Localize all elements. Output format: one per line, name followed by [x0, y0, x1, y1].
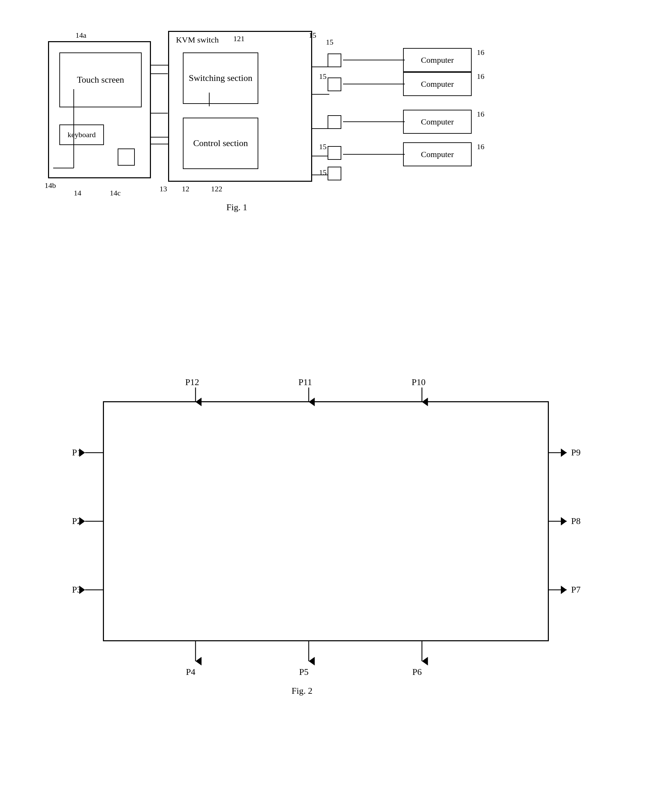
label-16-1: 16 [477, 48, 485, 57]
label-P11: P11 [299, 377, 312, 388]
label-16-3: 16 [477, 110, 485, 119]
label-P12: P12 [185, 377, 199, 388]
label-P10: P10 [412, 377, 425, 388]
port-box-4 [328, 146, 341, 160]
port-box-1 [328, 54, 341, 67]
label-P9: P9 [571, 447, 581, 458]
fig2-main-rect [103, 401, 549, 641]
label-14c: 14c [110, 189, 121, 197]
label-15-2: 15 [319, 72, 327, 81]
kvm-switch-label: KVM switch [176, 35, 219, 45]
label-13: 13 [159, 184, 167, 193]
switching-section-box: Switching section [183, 52, 258, 104]
label-16-2: 16 [477, 72, 485, 81]
label-16-4: 16 [477, 142, 485, 151]
keyboard-label: keyboard [68, 130, 96, 139]
label-14: 14 [74, 189, 81, 197]
label-P3: P3 [72, 585, 81, 595]
label-15-5: 15 [319, 168, 327, 177]
label-P1: P1 [72, 447, 81, 458]
device-14a-box: Touch screen keyboard [48, 41, 151, 178]
label-12: 12 [182, 184, 189, 193]
switching-section-label: Switching section [189, 73, 252, 83]
label-15-4: 15 [319, 142, 327, 151]
label-P6: P6 [412, 667, 422, 677]
label-122: 122 [211, 184, 222, 193]
control-section-label: Control section [193, 138, 248, 148]
control-section-box: Control section [183, 118, 258, 169]
computer-3-label: Computer [421, 117, 454, 127]
label-14a: 14a [76, 31, 86, 40]
label-15-1: 15 [326, 38, 333, 47]
computer-box-4: Computer [403, 142, 472, 166]
label-P7: P7 [571, 585, 581, 595]
label-P2: P2 [72, 516, 81, 526]
port-box-5 [328, 167, 341, 181]
label-121: 121 [233, 34, 245, 43]
computer-box-1: Computer [403, 48, 472, 72]
touch-screen-box: Touch screen [59, 52, 142, 107]
box-14c [118, 148, 135, 165]
computer-box-2: Computer [403, 72, 472, 96]
keyboard-box: keyboard [59, 125, 104, 145]
label-14b: 14b [45, 181, 56, 190]
fig2-caption: Fig. 2 [292, 686, 312, 696]
fig1-caption: Fig. 1 [226, 202, 247, 213]
computer-1-label: Computer [421, 56, 454, 65]
computer-4-label: Computer [421, 150, 454, 159]
port-box-3 [328, 115, 341, 129]
label-P4: P4 [186, 667, 195, 677]
port-box-2 [328, 78, 341, 91]
label-P5: P5 [299, 667, 308, 677]
touch-screen-label: Touch screen [77, 75, 124, 85]
computer-2-label: Computer [421, 79, 454, 89]
label-15-top: 15 [309, 31, 316, 40]
label-P8: P8 [571, 516, 581, 526]
fig1-diagram: Touch screen keyboard KVM switch Switchi… [20, 20, 655, 219]
kvm-switch-box: KVM switch Switching section Control sec… [168, 31, 312, 182]
computer-box-3: Computer [403, 110, 472, 134]
fig2-diagram: P12 P11 P10 P4 P5 P6 P1 P2 P3 P9 P8 P7 F… [69, 360, 583, 737]
